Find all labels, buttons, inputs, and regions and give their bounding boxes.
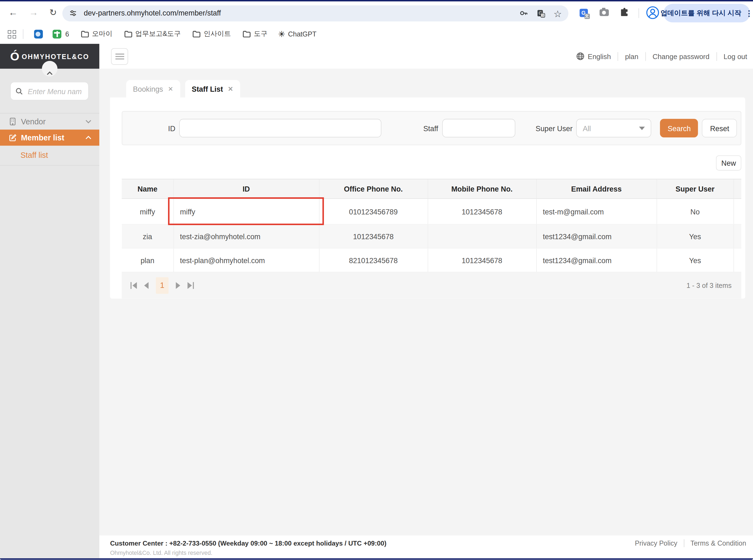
screenshot-extension-icon[interactable] (598, 7, 610, 19)
table-row[interactable]: miffy miffy 010123456789 1012345678 test… (122, 199, 741, 224)
logout-link[interactable]: Log out (724, 52, 747, 60)
site-info-icon[interactable] (69, 9, 77, 19)
brand-mark: Ó (10, 51, 19, 62)
bookmark-star-icon[interactable]: ☆ (552, 8, 563, 19)
toolbar-divider (638, 8, 639, 18)
page-footer: Customer Center : +82-2-733-0550 (Weekda… (99, 536, 753, 560)
super-user-select[interactable]: All (576, 119, 652, 137)
tab-bar: Bookings ✕ Staff List ✕ (126, 80, 240, 97)
col-id: ID (173, 179, 319, 199)
tab-staff-list[interactable]: Staff List ✕ (185, 80, 240, 97)
url-text[interactable]: dev-partners.ohmyhotel.com/member/staff (84, 9, 221, 17)
apps-grid-icon[interactable] (8, 30, 16, 38)
chevron-up-icon (46, 71, 53, 77)
outlook-bookmark-icon[interactable] (34, 29, 43, 38)
globe-icon (576, 52, 584, 60)
folder-icon (243, 31, 251, 38)
search-button[interactable]: Search (660, 119, 698, 137)
more-menu-icon[interactable]: ⋮ (745, 8, 753, 18)
staff-filter-input[interactable] (442, 119, 515, 137)
browser-toolbar: ← → ↻ dev-partners.ohmyhotel.com/member/… (0, 1, 753, 24)
building-icon (9, 117, 17, 125)
chevron-up-icon (85, 136, 91, 140)
prev-page-button[interactable] (144, 282, 148, 289)
reset-button[interactable]: Reset (702, 119, 737, 137)
new-button[interactable]: New (716, 155, 741, 171)
first-page-button[interactable] (130, 282, 137, 289)
menu-search-input[interactable] (27, 86, 82, 96)
col-office-phone: Office Phone No. (319, 179, 428, 199)
app-root: Ó OHMYHOTEL&CO Vendor (0, 44, 753, 560)
hamburger-menu-button[interactable] (111, 48, 128, 65)
menu-search-box[interactable] (11, 82, 89, 100)
col-mobile-phone: Mobile Phone No. (428, 179, 536, 199)
col-name: Name (122, 179, 174, 199)
forward-icon[interactable]: → (27, 6, 40, 19)
col-spacer (733, 179, 741, 199)
sidebar-item-vendor[interactable]: Vendor (0, 113, 99, 129)
sidebar-item-member-list[interactable]: Member list (0, 129, 99, 145)
address-bar[interactable]: dev-partners.ohmyhotel.com/member/staff … (62, 5, 568, 21)
chrome-update-button[interactable]: 업데이트를 위해 다시 시작 ⋮ (664, 4, 750, 22)
tab-bookings[interactable]: Bookings ✕ (126, 80, 180, 97)
folder-icon (81, 31, 89, 38)
close-icon[interactable]: ✕ (228, 85, 233, 92)
filter-bar: ID Staff Super User All Search Reset (122, 111, 741, 145)
bookmark-folder-ohmy[interactable]: 오마이 (81, 29, 113, 38)
col-email: Email Address (536, 179, 656, 199)
reload-icon[interactable]: ↻ (47, 6, 60, 19)
window-frame-bottom (0, 558, 753, 560)
pagination-bar: 1 1 - 3 of 3 items (122, 273, 741, 299)
chevron-down-icon (639, 126, 645, 130)
main-area: English plan Change password Log out Boo… (99, 44, 753, 560)
customer-center-text: Customer Center : +82-2-733-0550 (Weekda… (110, 540, 387, 547)
page-header: English plan Change password Log out (99, 44, 753, 68)
pagination-summary: 1 - 3 of 3 items (686, 273, 732, 299)
password-key-icon[interactable] (518, 8, 529, 19)
super-user-filter-label: Super User (536, 124, 573, 132)
table-header-row: Name ID Office Phone No. Mobile Phone No… (122, 179, 741, 199)
sidebar-collapse-button[interactable] (42, 61, 57, 77)
folder-icon (124, 31, 132, 38)
extensions-puzzle-icon[interactable] (618, 7, 630, 19)
staff-table: Name ID Office Phone No. Mobile Phone No… (122, 179, 741, 299)
id-filter-input[interactable] (179, 119, 381, 137)
bookmark-folder-insight[interactable]: 인사이트 (192, 29, 231, 38)
brand-wordmark: OHMYHOTEL&CO (22, 52, 89, 60)
sidebar-item-staff-list[interactable]: Staff list (0, 145, 99, 165)
id-filter-label: ID (168, 124, 176, 132)
table-row[interactable]: plan test-plan@ohmyhotel.com 82101234567… (122, 248, 741, 272)
next-page-button[interactable] (176, 282, 180, 289)
highlighted-id-cell[interactable]: miffy (173, 199, 319, 224)
bookmarks-divider (23, 29, 23, 39)
bookmark-count-label[interactable]: 6 (65, 30, 69, 38)
edit-icon (9, 134, 17, 141)
table-row[interactable]: zia test-zia@ohmyhotel.com 1012345678 te… (122, 224, 741, 248)
current-page-button[interactable]: 1 (156, 277, 169, 294)
browser-window: ← → ↻ dev-partners.ohmyhotel.com/member/… (0, 0, 753, 560)
terms-link[interactable]: Terms & Condition (690, 539, 746, 547)
translate-icon[interactable]: G文 (536, 8, 546, 19)
search-icon (16, 87, 23, 95)
staff-list-panel: ID Staff Super User All Search Reset New (110, 97, 746, 299)
sidebar: Ó OHMYHOTEL&CO Vendor (0, 44, 99, 560)
change-password-link[interactable]: Change password (653, 52, 710, 60)
copyright-text: Ohmyhotel&Co. Ltd. All rights reserved. (110, 549, 212, 557)
chevron-down-icon (85, 119, 91, 124)
back-icon[interactable]: ← (7, 6, 20, 19)
chatgpt-icon: ✳ (278, 29, 285, 39)
bookmark-folder-tools[interactable]: 도구 (243, 29, 267, 38)
svg-text:文: 文 (542, 14, 545, 17)
last-page-button[interactable] (187, 282, 194, 289)
bookmarks-bar: 6 오마이 업무보고&도구 인사이트 도구 ✳ ChatGPT (0, 24, 753, 44)
green-plus-bookmark-icon[interactable] (53, 29, 61, 38)
bookmark-chatgpt[interactable]: ✳ ChatGPT (278, 29, 317, 39)
close-icon[interactable]: ✕ (168, 85, 173, 92)
language-switch[interactable]: English (576, 52, 611, 60)
translate-extension-icon[interactable]: G文 (577, 7, 589, 19)
current-user[interactable]: plan (625, 52, 638, 60)
privacy-policy-link[interactable]: Privacy Policy (635, 539, 677, 547)
col-super-user: Super User (656, 179, 733, 199)
bookmark-folder-work[interactable]: 업무보고&도구 (124, 29, 181, 38)
profile-avatar-icon[interactable] (646, 6, 659, 21)
